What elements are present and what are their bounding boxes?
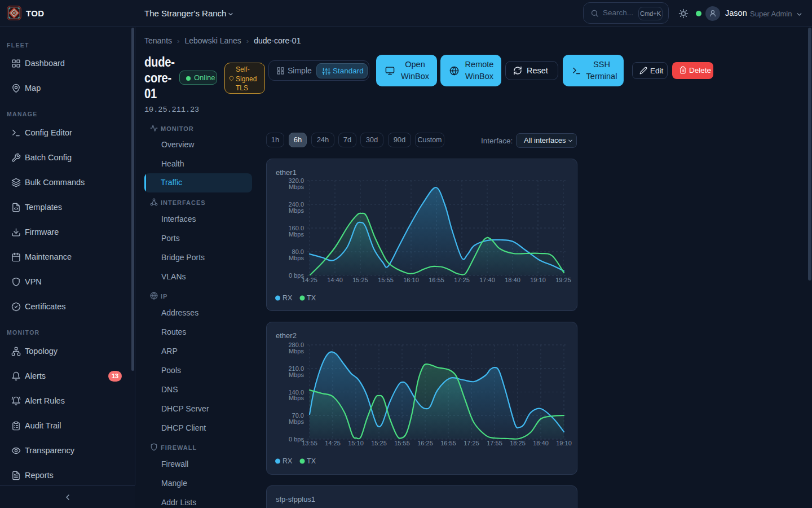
svg-text:Mbps: Mbps [289,207,304,214]
svg-text:RX: RX [283,294,293,302]
svg-text:13:55: 13:55 [302,440,317,446]
svg-text:18:40: 18:40 [505,277,520,283]
svg-text:TX: TX [307,294,316,302]
svg-text:19:25: 19:25 [555,277,571,283]
svg-text:Mbps: Mbps [289,255,304,261]
svg-text:17:55: 17:55 [487,440,502,446]
svg-text:15:55: 15:55 [378,277,394,283]
svg-text:18:40: 18:40 [533,440,549,446]
svg-text:16:25: 16:25 [417,440,433,446]
svg-text:15:55: 15:55 [394,440,410,446]
svg-text:Mbps: Mbps [289,183,304,190]
svg-text:16:55: 16:55 [440,440,456,446]
svg-text:17:40: 17:40 [479,277,495,283]
svg-text:Mbps: Mbps [289,348,304,354]
svg-text:16:55: 16:55 [429,277,444,283]
svg-text:15:25: 15:25 [352,277,368,283]
svg-text:16:10: 16:10 [403,277,419,283]
svg-text:14:40: 14:40 [327,277,343,283]
svg-text:18:25: 18:25 [510,440,526,446]
svg-text:19:10: 19:10 [556,440,572,446]
svg-text:17:25: 17:25 [464,440,479,446]
svg-text:Mbps: Mbps [289,395,304,401]
svg-text:14:25: 14:25 [302,277,317,283]
svg-text:15:25: 15:25 [371,440,387,446]
svg-text:14:25: 14:25 [325,440,341,446]
svg-text:17:25: 17:25 [454,277,470,283]
svg-text:Mbps: Mbps [289,371,304,378]
svg-text:19:10: 19:10 [530,277,546,283]
svg-text:15:10: 15:10 [348,440,364,446]
svg-text:TX: TX [307,457,316,465]
svg-text:Mbps: Mbps [289,231,304,238]
svg-text:RX: RX [283,457,293,465]
svg-text:Mbps: Mbps [289,418,304,425]
